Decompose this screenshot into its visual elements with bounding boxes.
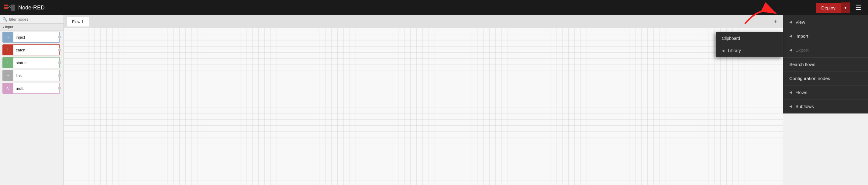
dropdown-menu: ◀ View ◀ Import ◀ Export Search flows Co… [783, 15, 868, 113]
node-inject-icon: → [2, 32, 13, 43]
hamburger-button[interactable]: ☰ [852, 2, 864, 14]
menu-item-flows[interactable]: ◀ Flows [783, 85, 868, 100]
clipboard-label: Clipboard [722, 36, 740, 41]
node-status-port [58, 61, 61, 64]
view-chevron-icon: ◀ [789, 20, 792, 24]
filter-nodes-container: 🔍 [0, 15, 64, 24]
filter-nodes-input[interactable] [9, 17, 61, 22]
view-label: View [795, 20, 805, 25]
svg-rect-1 [4, 7, 8, 9]
import-submenu: Clipboard ◀ Library [716, 32, 783, 57]
search-flows-label: Search flows [789, 62, 815, 67]
import-label: Import [795, 33, 808, 38]
logo-icon [4, 3, 15, 12]
app-title: Node-RED [18, 5, 45, 11]
deploy-group: Deploy ▾ [816, 2, 850, 13]
submenu-library[interactable]: ◀ Library [716, 45, 783, 57]
menu-item-import[interactable]: ◀ Import [783, 29, 868, 43]
topbar: Node-RED Deploy ▾ ☰ [0, 0, 868, 15]
menu-item-configuration-nodes[interactable]: Configuration nodes [783, 72, 868, 85]
canvas-grid[interactable] [64, 28, 783, 185]
node-link-label: link [13, 70, 60, 81]
deploy-arrow-button[interactable]: ▾ [841, 2, 850, 13]
subflows-chevron-icon: ◀ [789, 104, 792, 108]
node-mqtt-label: mqtt [13, 83, 60, 94]
node-status[interactable]: ! status [2, 57, 61, 68]
flows-chevron-icon: ◀ [789, 90, 792, 94]
canvas-tabs: Flow 1 + [64, 15, 783, 28]
export-chevron-icon: ◀ [789, 48, 792, 52]
subflows-menu-label: Subflows [795, 104, 814, 109]
menu-item-view[interactable]: ◀ View [783, 15, 868, 29]
node-link[interactable]: → link [2, 70, 61, 81]
submenu-clipboard[interactable]: Clipboard [716, 32, 783, 45]
library-label: Library [728, 48, 741, 53]
node-catch[interactable]: ! catch [2, 45, 61, 55]
svg-rect-0 [4, 5, 8, 6]
search-icon: 🔍 [2, 17, 7, 22]
node-catch-port [58, 48, 61, 51]
menu-item-subflows[interactable]: ◀ Subflows [783, 100, 868, 113]
sidebar-left: 🔍 ▾ input → inject ! catch ! status → li… [0, 15, 64, 185]
node-mqtt[interactable]: ∿ mqtt [2, 83, 61, 94]
flows-menu-label: Flows [795, 90, 807, 95]
menu-item-search-flows[interactable]: Search flows [783, 57, 868, 72]
node-category-input[interactable]: ▾ input [0, 24, 64, 31]
node-link-icon: → [2, 70, 13, 81]
node-status-icon: ! [2, 57, 13, 68]
library-chevron-icon: ◀ [722, 49, 724, 53]
export-label: Export [795, 48, 808, 53]
import-chevron-icon: ◀ [789, 34, 792, 38]
category-label: input [5, 25, 13, 29]
node-status-label: status [13, 57, 60, 68]
node-inject-port [58, 35, 61, 38]
node-inject-label: inject [13, 32, 60, 43]
node-inject[interactable]: → inject [2, 32, 61, 43]
topbar-left: Node-RED [4, 3, 45, 12]
add-tab-button[interactable]: + [771, 17, 780, 26]
configuration-nodes-label: Configuration nodes [789, 76, 830, 81]
topbar-right: Deploy ▾ ☰ [816, 2, 864, 14]
menu-item-export: ◀ Export [783, 43, 868, 57]
canvas-tab-flow1[interactable]: Flow 1 [66, 17, 89, 26]
node-mqtt-icon: ∿ [2, 83, 13, 94]
deploy-button[interactable]: Deploy [816, 3, 841, 13]
canvas: Flow 1 + [64, 15, 783, 185]
node-mqtt-port [58, 87, 61, 90]
chevron-down-icon: ▾ [2, 26, 4, 29]
node-link-port [58, 74, 61, 77]
node-catch-label: catch [13, 45, 60, 55]
node-catch-icon: ! [2, 45, 13, 55]
svg-rect-4 [11, 5, 15, 11]
